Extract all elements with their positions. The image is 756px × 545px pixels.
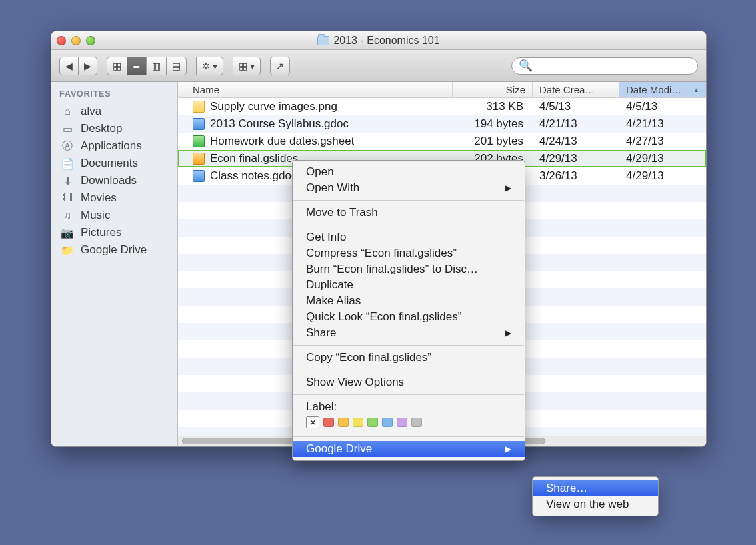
- menu-item[interactable]: Copy “Econ final.gslides”: [293, 350, 525, 366]
- menu-item[interactable]: Move to Trash: [293, 205, 525, 221]
- file-name: Homework due dates.gsheet: [210, 135, 354, 148]
- file-size: 313 KB: [453, 100, 533, 113]
- sidebar-item[interactable]: ⒶApplications: [51, 137, 177, 155]
- sidebar-item[interactable]: 📁Google Drive: [51, 241, 177, 259]
- column-headers: Name Size Date Crea… Date Modi…▲: [178, 82, 706, 98]
- close-window-button[interactable]: [57, 36, 66, 45]
- sidebar-item[interactable]: 📷Pictures: [51, 224, 177, 241]
- label-color-swatch[interactable]: [411, 418, 422, 427]
- sidebar: FAVORITES ⌂alva▭DesktopⒶApplications📄Doc…: [51, 82, 178, 446]
- label-clear-button[interactable]: ✕: [306, 416, 319, 428]
- menu-item[interactable]: Duplicate: [293, 277, 525, 293]
- sidebar-item-label: Google Drive: [81, 243, 147, 257]
- forward-button[interactable]: ▶: [79, 57, 97, 75]
- share-button[interactable]: ↗: [270, 57, 290, 75]
- label-color-swatch[interactable]: [367, 418, 378, 427]
- file-name: Class notes.gdoc: [210, 169, 297, 183]
- arrange-menu: ▦ ▾: [233, 57, 261, 75]
- menu-item[interactable]: Open: [293, 164, 525, 180]
- context-submenu: Share…View on the web: [532, 476, 659, 516]
- label-color-swatch[interactable]: [353, 418, 363, 427]
- label-color-swatch[interactable]: [382, 418, 393, 427]
- pictures-icon: 📷: [61, 227, 74, 239]
- label-color-swatch[interactable]: [338, 418, 349, 427]
- menu-item-label: Share: [306, 326, 336, 340]
- submenu-item[interactable]: Share…: [533, 480, 658, 496]
- sidebar-item[interactable]: 🎞Movies: [51, 189, 177, 207]
- submenu-item-label: Share…: [546, 482, 587, 495]
- file-row[interactable]: Supply curve images.png 313 KB 4/5/13 4/…: [178, 98, 706, 115]
- column-date-created[interactable]: Date Crea…: [533, 82, 619, 97]
- window-title-text: 2013 - Economics 101: [333, 35, 439, 47]
- menu-item-label: Open With: [306, 181, 359, 195]
- column-size[interactable]: Size: [453, 82, 533, 97]
- action-menu-button[interactable]: ✲ ▾: [196, 57, 223, 75]
- sidebar-item[interactable]: ⬇Downloads: [51, 172, 177, 189]
- menu-item-label: Duplicate: [306, 278, 353, 292]
- zoom-window-button[interactable]: [86, 36, 95, 45]
- minimize-window-button[interactable]: [71, 36, 81, 45]
- file-size: 194 bytes: [453, 117, 533, 131]
- search-icon: 🔍: [519, 59, 533, 73]
- menu-item[interactable]: Make Alias: [293, 293, 525, 309]
- menu-item[interactable]: Quick Look “Econ final.gslides”: [293, 309, 525, 325]
- search-field[interactable]: 🔍: [511, 57, 698, 75]
- desktop-icon: ▭: [61, 123, 74, 135]
- window-title: 2013 - Economics 101: [51, 35, 706, 47]
- down-icon: ⬇: [61, 175, 74, 187]
- file-type-icon: [193, 170, 205, 182]
- file-type-icon: [193, 153, 205, 165]
- submenu-item[interactable]: View on the web: [533, 496, 658, 512]
- sidebar-item[interactable]: ⌂alva: [51, 103, 177, 120]
- sidebar-item[interactable]: ▭Desktop: [51, 120, 177, 137]
- submenu-item-label: View on the web: [546, 498, 629, 511]
- submenu-arrow-icon: ▶: [505, 183, 511, 193]
- menu-item[interactable]: Get Info: [293, 229, 525, 245]
- view-list-button[interactable]: ≣: [127, 57, 147, 75]
- menu-separator: [293, 345, 524, 346]
- doc-icon: 📄: [61, 157, 74, 169]
- context-menu: OpenOpen With▶Move to TrashGet InfoCompr…: [292, 160, 525, 461]
- apps-icon: Ⓐ: [61, 140, 74, 152]
- column-name[interactable]: Name: [178, 82, 453, 97]
- menu-item[interactable]: Compress “Econ final.gslides”: [293, 245, 525, 261]
- sidebar-item[interactable]: 📄Documents: [51, 155, 177, 172]
- movies-icon: 🎞: [61, 192, 74, 204]
- file-row[interactable]: Homework due dates.gsheet 201 bytes 4/24…: [178, 133, 706, 150]
- file-date-created: 4/21/13: [533, 117, 619, 131]
- file-name: Econ final.gslides: [210, 152, 298, 165]
- view-columns-button[interactable]: ▥: [147, 57, 167, 75]
- sidebar-item[interactable]: ♫Music: [51, 207, 177, 224]
- menu-item[interactable]: Share▶: [293, 325, 525, 341]
- menu-item[interactable]: Google Drive▶: [293, 441, 525, 457]
- file-date-modified: 4/29/13: [619, 169, 706, 183]
- home-icon: ⌂: [61, 105, 74, 117]
- label-color-swatch[interactable]: [323, 418, 334, 427]
- menu-separator: [293, 436, 524, 437]
- folder-icon: [317, 36, 329, 45]
- label-color-swatch[interactable]: [397, 418, 407, 427]
- arrange-menu-button[interactable]: ▦ ▾: [233, 57, 261, 75]
- menu-item-label: Show View Options: [306, 376, 404, 389]
- nav-buttons: ◀ ▶: [59, 57, 97, 75]
- view-coverflow-button[interactable]: ▤: [167, 57, 187, 75]
- view-icons-button[interactable]: ▦: [107, 57, 127, 75]
- menu-item[interactable]: Burn “Econ final.gslides” to Disc…: [293, 261, 525, 277]
- menu-item-label: Burn “Econ final.gslides” to Disc…: [306, 263, 478, 276]
- menu-separator: [293, 225, 524, 225]
- menu-item[interactable]: Open With▶: [293, 180, 525, 196]
- sidebar-item-label: alva: [81, 105, 101, 118]
- file-date-created: 3/26/13: [533, 169, 619, 183]
- file-row[interactable]: 2013 Course Syllabus.gdoc 194 bytes 4/21…: [178, 115, 706, 133]
- titlebar: 2013 - Economics 101: [51, 31, 706, 50]
- music-icon: ♫: [61, 209, 74, 221]
- sidebar-item-label: Music: [81, 209, 110, 222]
- search-input[interactable]: [537, 59, 691, 72]
- menu-item-label: Get Info: [306, 231, 346, 244]
- back-button[interactable]: ◀: [59, 57, 79, 75]
- file-date-modified: 4/5/13: [619, 100, 706, 113]
- menu-label-heading: Label:: [293, 399, 525, 415]
- column-date-modified[interactable]: Date Modi…▲: [619, 82, 706, 97]
- menu-item[interactable]: Show View Options: [293, 374, 525, 390]
- file-date-created: 4/24/13: [533, 135, 619, 148]
